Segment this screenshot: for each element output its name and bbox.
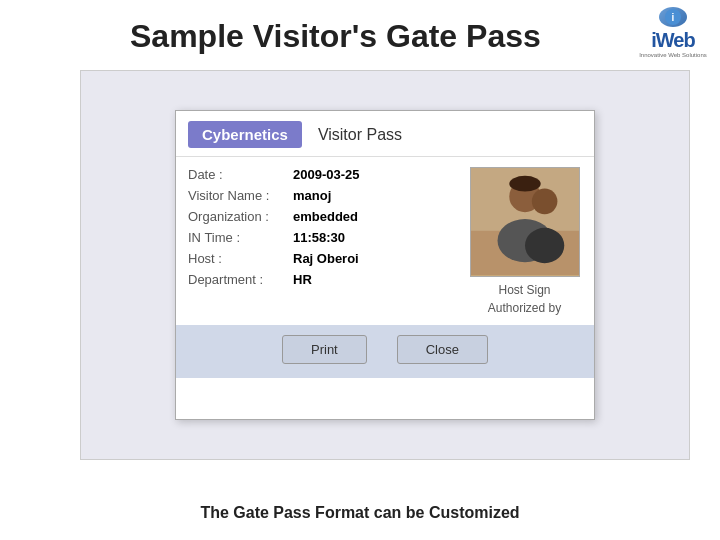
logo-icon: i [659,7,687,27]
page-title: Sample Visitor's Gate Pass [0,0,720,65]
label-date: Date : [188,167,293,182]
field-host: Host : Raj Oberoi [188,251,457,266]
dialog-info: Date : 2009-03-25 Visitor Name : manoj O… [188,167,457,315]
close-button[interactable]: Close [397,335,488,364]
host-sign-label: Host Sign [498,283,550,297]
value-visitor-name: manoj [293,188,331,203]
label-organization: Organization : [188,209,293,224]
bottom-caption: The Gate Pass Format can be Customized [0,504,720,522]
field-organization: Organization : embedded [188,209,457,224]
field-in-time: IN Time : 11:58:30 [188,230,457,245]
value-in-time: 11:58:30 [293,230,345,245]
company-badge: Cybernetics [188,121,302,148]
field-department: Department : HR [188,272,457,287]
authorized-label: Authorized by [488,301,561,315]
gate-pass-dialog: Cybernetics Visitor Pass Date : 2009-03-… [175,110,595,420]
label-visitor-name: Visitor Name : [188,188,293,203]
dialog-footer: Print Close [176,325,594,378]
dialog-body: Date : 2009-03-25 Visitor Name : manoj O… [176,157,594,325]
visitor-pass-title: Visitor Pass [318,126,402,144]
value-host: Raj Oberoi [293,251,359,266]
field-date: Date : 2009-03-25 [188,167,457,182]
label-department: Department : [188,272,293,287]
svg-point-8 [509,176,540,192]
logo: i iWeb Innovative Web Solutions [638,8,708,56]
svg-text:i: i [672,12,675,23]
value-date: 2009-03-25 [293,167,360,182]
field-visitor-name: Visitor Name : manoj [188,188,457,203]
svg-point-6 [531,189,557,215]
svg-point-7 [525,228,564,263]
photo-area: Host Sign Authorized by [467,167,582,315]
label-in-time: IN Time : [188,230,293,245]
dialog-header: Cybernetics Visitor Pass [176,111,594,157]
slide-area: Cybernetics Visitor Pass Date : 2009-03-… [80,70,690,460]
value-department: HR [293,272,312,287]
visitor-photo [470,167,580,277]
logo-subtitle: Innovative Web Solutions [639,52,707,58]
logo-text: iWeb [651,29,694,52]
value-organization: embedded [293,209,358,224]
print-button[interactable]: Print [282,335,367,364]
label-host: Host : [188,251,293,266]
